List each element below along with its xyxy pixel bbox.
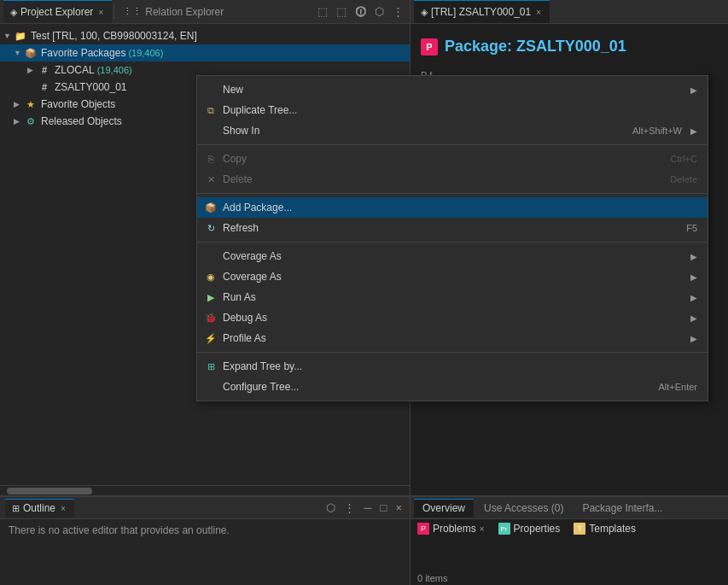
arrow-zlocal: ▶ (27, 66, 38, 74)
outline-close[interactable]: × (59, 504, 67, 513)
outline-label: Outline (23, 502, 55, 514)
outline-toolbar: ⬡ ⋮ ─ □ × (323, 500, 405, 516)
menu-label-debug-as: Debug As (223, 312, 682, 324)
menu-label-coverage-1: Coverage As (223, 250, 682, 262)
problems-section[interactable]: P Problems × (417, 523, 485, 535)
menu-item-run-as[interactable]: ▶ Run As ▶ (197, 287, 708, 307)
toolbar-btn-filter[interactable]: ⏼ (352, 3, 369, 20)
tree-label-zsalty: ZSALTY000_01 (55, 81, 127, 93)
problems-label: Problems (433, 523, 476, 535)
coverage-icon-2: ◉ (204, 270, 218, 284)
hash-icon-zsalty: # (38, 80, 51, 94)
right-title-icon: P (421, 38, 438, 56)
menu-item-coverage-as-2[interactable]: ◉ Coverage As ▶ (197, 266, 708, 287)
horizontal-scrollbar[interactable] (0, 485, 410, 495)
tree-label-zlocal: ZLOCAL (55, 64, 95, 76)
cog-icon-released-objects: ⚙ (24, 114, 38, 128)
zsalty-tab-icon: ◈ (421, 7, 428, 18)
menu-arrow-run-as: ▶ (690, 293, 697, 302)
tree-label-fav-objects: Favorite Objects (41, 98, 115, 110)
menu-label-add-package: Add Package... (223, 202, 697, 214)
toolbar-btn-more[interactable]: ⋮ (390, 3, 406, 20)
menu-label-refresh: Refresh (223, 222, 681, 234)
project-explorer-close[interactable]: × (96, 8, 105, 17)
tree-label-released-objects: Released Objects (41, 115, 122, 127)
templates-icon: T (574, 523, 585, 535)
outline-tab-bar: ⊞ Outline × ⬡ ⋮ ─ □ × (0, 497, 410, 519)
shortcut-show-in: Alt+Shift+W (632, 126, 682, 136)
templates-section[interactable]: T Templates (574, 523, 636, 535)
tree-count-zlocal: (19,406) (97, 65, 132, 75)
outline-toolbar-btn-2[interactable]: ⋮ (341, 500, 358, 516)
tab-overview[interactable]: Overview (414, 499, 474, 518)
menu-item-expand-tree[interactable]: ⊞ Expand Tree by... (197, 356, 708, 377)
profile-icon: ⚡ (204, 331, 218, 345)
run-icon: ▶ (204, 290, 218, 304)
tab-use-accesses[interactable]: Use Accesses (0) (475, 499, 572, 518)
left-toolbar: ⬚ ⬚ ⏼ ⬡ ⋮ (315, 3, 406, 20)
item-count: 0 items (417, 573, 447, 583)
menu-item-configure-tree[interactable]: Configure Tree... Alt+Enter (197, 377, 708, 397)
star-icon-fav-objects: ★ (24, 97, 38, 111)
outline-content: There is no active editor that provides … (0, 519, 410, 585)
menu-arrow-coverage-2: ▶ (690, 272, 697, 282)
menu-item-profile-as[interactable]: ⚡ Profile As ▶ (197, 328, 708, 348)
bottom-left-panel: ⊞ Outline × ⬡ ⋮ ─ □ × There is no active… (0, 495, 410, 585)
menu-label-profile-as: Profile As (223, 332, 682, 344)
toolbar-btn-flag[interactable]: ⬡ (372, 3, 387, 20)
menu-item-duplicate-tree[interactable]: ⧉ Duplicate Tree... (197, 100, 708, 120)
tree-item-test[interactable]: ▼ 📁 Test [TRL, 100, CB9980003124, EN] (0, 27, 410, 44)
copy-icon: ⎘ (204, 152, 218, 166)
arrow-fav-packages: ▼ (14, 49, 24, 57)
separator-1 (197, 144, 708, 145)
properties-section[interactable]: Pr Properties (498, 523, 561, 535)
menu-item-show-in[interactable]: Show In Alt+Shift+W ▶ (197, 120, 708, 141)
menu-item-refresh[interactable]: ↻ Refresh F5 (197, 218, 708, 238)
separator-4 (197, 352, 708, 353)
tab-outline[interactable]: ⊞ Outline × (5, 499, 74, 518)
problems-icon: P (417, 523, 429, 535)
duplicate-icon: ⧉ (204, 103, 218, 117)
menu-arrow-coverage-1: ▶ (690, 252, 697, 261)
outline-toolbar-btn-1[interactable]: ⬡ (323, 500, 338, 516)
right-tab-bar: ◈ [TRL] ZSALTY000_01 × (411, 0, 728, 24)
shortcut-copy: Ctrl+C (671, 154, 697, 164)
outline-toolbar-close[interactable]: × (393, 500, 405, 516)
menu-label-copy: Copy (223, 153, 666, 165)
package-interface-label: Package Interfa... (582, 502, 662, 514)
tab-project-explorer[interactable]: ◈ Project Explorer × (3, 0, 112, 23)
menu-item-coverage-as-1[interactable]: Coverage As ▶ (197, 246, 708, 266)
scroll-thumb[interactable] (7, 488, 92, 494)
overview-label: Overview (422, 502, 465, 514)
menu-arrow-debug-as: ▶ (690, 313, 697, 323)
bottom-right-content: P Problems × Pr Properties T Templates (411, 519, 728, 571)
toolbar-btn-2[interactable]: ⬚ (334, 3, 349, 20)
problems-close[interactable]: × (480, 524, 485, 534)
outline-toolbar-maximize[interactable]: □ (378, 500, 390, 516)
menu-item-debug-as[interactable]: 🐞 Debug As ▶ (197, 307, 708, 328)
menu-item-delete: ✕ Delete Delete (197, 169, 708, 190)
configure-icon (204, 380, 218, 394)
outline-toolbar-minimize[interactable]: ─ (361, 500, 374, 516)
menu-item-add-package[interactable]: 📦 Add Package... (197, 197, 708, 218)
package-icon-fav: 📦 (24, 46, 38, 60)
templates-label: Templates (589, 523, 636, 535)
relation-explorer-icon: ⋮⋮ (123, 6, 142, 17)
menu-label-expand-tree: Expand Tree by... (223, 360, 697, 372)
outline-text: There is no active editor that provides … (9, 524, 230, 536)
tab-package-interface[interactable]: Package Interfa... (574, 499, 671, 518)
menu-label-new: New (223, 84, 682, 96)
tab-relation-explorer[interactable]: ⋮⋮ Relation Explorer (116, 0, 230, 23)
tab-zsalty-main[interactable]: ◈ [TRL] ZSALTY000_01 × (414, 0, 550, 23)
arrow-test: ▼ (3, 32, 14, 40)
toolbar-btn-1[interactable]: ⬚ (315, 3, 330, 20)
project-explorer-icon: ◈ (10, 7, 17, 18)
separator-2 (197, 193, 708, 194)
bottom-right-count: 0 items (411, 571, 728, 585)
refresh-icon: ↻ (204, 221, 218, 235)
menu-item-new[interactable]: New ▶ (197, 79, 708, 100)
bottom-right-tab-bar: Overview Use Accesses (0) Package Interf… (411, 497, 728, 519)
zsalty-tab-close[interactable]: × (534, 8, 543, 17)
menu-label-run-as: Run As (223, 291, 682, 303)
tree-item-favorite-packages[interactable]: ▼ 📦 Favorite Packages (19,406) (0, 44, 410, 61)
